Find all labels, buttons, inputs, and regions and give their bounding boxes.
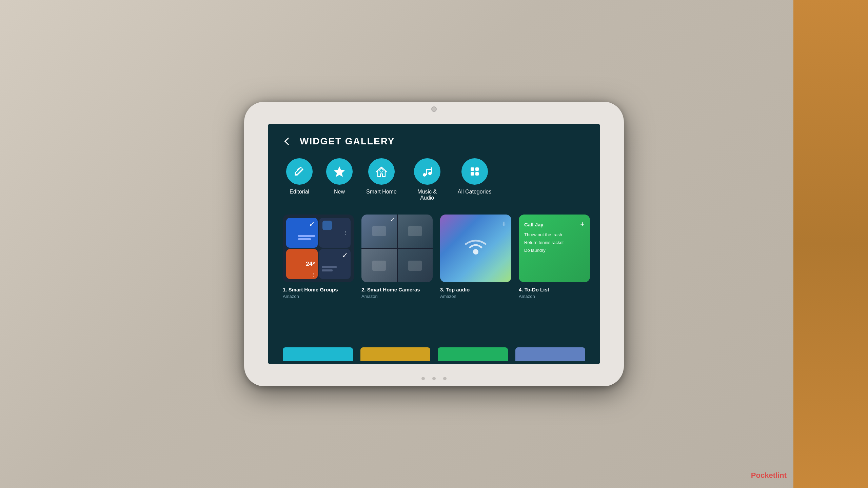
smhg-cell-2: ⋮	[319, 218, 351, 248]
wifi-audio-icon	[460, 233, 491, 264]
svg-rect-6	[431, 167, 432, 174]
widget-preview-3[interactable]: +	[440, 215, 511, 282]
widget-info-2: 2. Smart Home Cameras Amazon	[361, 286, 433, 299]
cam-cell-2	[398, 215, 433, 248]
widget-info-4: 4. To-Do List Amazon	[519, 286, 590, 299]
svg-point-3	[423, 173, 426, 177]
svg-marker-1	[334, 166, 345, 177]
category-circle-new	[326, 158, 353, 185]
smhg-dots-1: ⋮	[343, 230, 348, 236]
widget-source-4: Amazon	[519, 294, 590, 299]
watermark-text-colored: lint	[775, 471, 787, 480]
widget-preview-4[interactable]: Call Jay + Throw out the trash Return te…	[519, 215, 590, 282]
widget-info-3: 3. Top audio Amazon	[440, 286, 511, 299]
pencil-icon	[293, 165, 305, 178]
svg-rect-11	[475, 172, 479, 176]
tablet-dot-3	[443, 377, 447, 380]
back-button[interactable]	[283, 136, 294, 147]
widget-source-3: Amazon	[440, 294, 511, 299]
category-item-smart-home[interactable]: Smart Home	[366, 158, 397, 195]
category-label-smart-home: Smart Home	[366, 189, 397, 195]
svg-rect-7	[426, 169, 432, 170]
tablet-device: WIDGET GALLERY Editorial	[244, 102, 624, 386]
category-item-music-audio[interactable]: Music & Audio	[410, 158, 444, 201]
todo-plus-icon: +	[580, 220, 585, 229]
widget-card-1: ✓ ⋮ 24° ⋮	[283, 215, 354, 299]
tablet-indicator-dots	[421, 377, 447, 380]
bottom-hint-2	[360, 347, 431, 361]
category-item-all-categories[interactable]: All Categories	[458, 158, 492, 195]
smhg-cell-3: 24° ⋮	[286, 249, 318, 279]
widget-preview-2[interactable]: ✓	[361, 215, 433, 282]
todo-item-3: Do laundry	[524, 248, 585, 253]
category-circle-all-categories	[461, 158, 488, 185]
widgets-row: ✓ ⋮ 24° ⋮	[283, 215, 585, 299]
category-circle-smart-home	[368, 158, 395, 185]
cam-cell-4	[398, 249, 433, 283]
tablet-screen: WIDGET GALLERY Editorial	[268, 124, 600, 364]
wood-panel-right	[793, 0, 868, 488]
widget-card-4: Call Jay + Throw out the trash Return te…	[519, 215, 590, 299]
todo-item-0: Call Jay	[524, 222, 544, 227]
widget-title-2: 2. Smart Home Cameras	[361, 286, 433, 293]
widget-title-4: 4. To-Do List	[519, 286, 590, 293]
widget-card-2: ✓	[361, 215, 433, 299]
todo-header: Call Jay +	[524, 220, 585, 229]
back-chevron-icon	[284, 138, 292, 145]
category-circle-music-audio	[414, 158, 440, 185]
categories-row: Editorial New	[283, 158, 585, 201]
cam-cell-1: ✓	[361, 215, 397, 248]
widget-preview-1[interactable]: ✓ ⋮ 24° ⋮	[283, 215, 354, 282]
category-item-new[interactable]: New	[326, 158, 353, 195]
music-icon	[421, 165, 433, 178]
todo-item-1: Throw out the trash	[524, 232, 585, 238]
bottom-hint-4	[515, 347, 586, 361]
category-label-all-categories: All Categories	[458, 189, 492, 195]
svg-rect-8	[471, 167, 474, 171]
category-item-editorial[interactable]: Editorial	[286, 158, 313, 195]
smhg-dots-2: ⋮	[311, 272, 316, 278]
svg-rect-10	[471, 172, 474, 176]
smhg-cell-4: ✓	[319, 249, 351, 279]
svg-point-4	[428, 172, 432, 175]
cam-check: ✓	[390, 217, 395, 223]
widget-info-1: 1. Smart Home Groups Amazon	[283, 286, 354, 299]
widget-title-3: 3. Top audio	[440, 286, 511, 293]
tablet-dot-1	[421, 377, 425, 380]
bottom-hint-1	[283, 347, 353, 361]
widget-source-2: Amazon	[361, 294, 433, 299]
smhg-check-2: ✓	[342, 251, 348, 260]
widget-source-1: Amazon	[283, 294, 354, 299]
category-circle-editorial	[286, 158, 313, 185]
bottom-hint-3	[438, 347, 508, 361]
grid-icon	[469, 165, 481, 178]
widget-title-1: 1. Smart Home Groups	[283, 286, 354, 293]
category-label-editorial: Editorial	[290, 189, 309, 195]
todo-item-2: Return tennis racket	[524, 240, 585, 246]
watermark-text-plain: Pocket	[751, 471, 775, 480]
tablet-dot-2	[432, 377, 436, 380]
bottom-row-hints	[268, 347, 600, 364]
widget-card-3: + 3. Top audio Amazon	[440, 215, 511, 299]
home-icon	[375, 165, 388, 178]
cam-cell-3	[361, 249, 397, 283]
smhg-cell-1: ✓	[286, 218, 318, 248]
tablet-camera	[431, 106, 437, 112]
star-icon	[333, 165, 346, 178]
smhg-temp: 24°	[306, 261, 315, 268]
category-label-music-audio: Music & Audio	[410, 189, 444, 201]
page-title: WIDGET GALLERY	[300, 136, 395, 147]
svg-rect-0	[297, 167, 300, 171]
audio-plus-icon: +	[501, 219, 507, 229]
svg-rect-9	[475, 167, 479, 171]
header: WIDGET GALLERY	[283, 136, 585, 147]
watermark: Pocketlint	[751, 471, 787, 480]
svg-point-12	[473, 249, 478, 255]
category-label-new: New	[334, 189, 345, 195]
smhg-check-1: ✓	[309, 220, 315, 229]
